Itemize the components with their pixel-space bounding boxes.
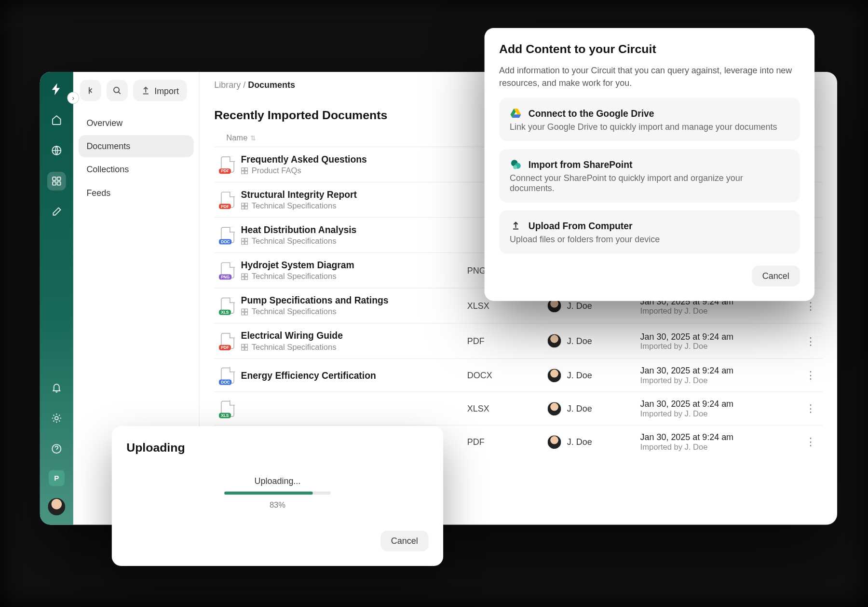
modal-title: Add Content to your Circuit	[499, 42, 800, 56]
document-imported-by: Imported by J. Doe	[640, 341, 799, 350]
file-icon: DOC	[214, 227, 241, 243]
option-subtitle: Upload files or folders from your device	[510, 234, 789, 244]
document-collection: Technical Specifications	[241, 272, 467, 281]
file-icon: XLS	[214, 400, 241, 416]
expand-rail-button[interactable]: ›	[67, 92, 79, 104]
svg-rect-29	[245, 344, 248, 347]
option-upload-computer[interactable]: Upload From Computer Upload files or fol…	[499, 210, 800, 254]
document-title: Pump Specifications and Ratings	[241, 295, 467, 305]
document-collection: Product FAQs	[241, 166, 467, 175]
svg-rect-15	[245, 206, 248, 209]
gear-icon[interactable]	[47, 409, 66, 428]
grid-icon[interactable]	[47, 172, 66, 191]
svg-rect-10	[242, 171, 244, 174]
document-owner: J. Doe	[547, 401, 640, 415]
svg-rect-28	[242, 344, 244, 347]
svg-rect-12	[242, 203, 244, 206]
document-type: PDF	[467, 437, 547, 447]
svg-rect-11	[245, 171, 248, 174]
document-imported-by: Imported by J. Doe	[640, 409, 799, 418]
svg-rect-21	[245, 273, 248, 276]
svg-rect-22	[242, 276, 244, 279]
owner-avatar	[547, 368, 561, 382]
svg-rect-2	[57, 177, 61, 180]
row-menu-button[interactable]: ⋮	[799, 436, 823, 448]
workspace-badge[interactable]: P	[49, 470, 65, 486]
option-sharepoint[interactable]: Import from SharePoint Connect your Shar…	[499, 149, 800, 202]
document-date: Jan 30, 2025 at 9:24 am	[640, 399, 799, 409]
document-imported-by: Imported by J. Doe	[640, 375, 799, 385]
table-row[interactable]: PDFElectrical Wiring GuideTechnical Spec…	[214, 323, 822, 358]
sharepoint-icon	[510, 158, 522, 170]
sidebar-item-documents[interactable]: Documents	[79, 135, 194, 157]
document-date: Jan 30, 2025 at 9:24 am	[640, 331, 799, 342]
bell-icon[interactable]	[47, 378, 66, 397]
upload-progress-bar	[224, 491, 331, 495]
uploading-dialog: Uploading Uploading... 83% Cancel	[112, 426, 443, 566]
file-icon: PNG	[214, 262, 241, 278]
import-button[interactable]: Import	[133, 80, 187, 101]
svg-rect-8	[242, 167, 244, 170]
file-icon: PDF	[214, 156, 241, 172]
svg-rect-16	[242, 238, 244, 241]
document-owner: J. Doe	[547, 368, 640, 382]
document-imported-by: Imported by J. Doe	[640, 442, 799, 451]
svg-rect-18	[242, 241, 244, 244]
svg-rect-17	[245, 238, 248, 241]
upload-percent: 83%	[270, 500, 285, 509]
document-type: XLSX	[467, 403, 547, 414]
document-title: Energy Efficiency Certification	[241, 370, 467, 381]
file-icon: XLS	[214, 298, 241, 314]
upload-icon	[141, 86, 150, 95]
document-title: Structural Integrity Report	[241, 189, 467, 200]
table-row[interactable]: XLSXLSXJ. DoeJan 30, 2025 at 9:24 amImpo…	[214, 391, 822, 425]
document-title: Hydrojet System Diagram	[241, 260, 467, 270]
help-icon[interactable]	[47, 440, 66, 458]
svg-rect-30	[242, 347, 244, 350]
user-avatar[interactable]	[48, 498, 65, 515]
file-icon: PDF	[214, 333, 241, 349]
svg-rect-31	[245, 347, 248, 350]
document-collection: Technical Specifications	[241, 342, 467, 351]
file-icon: PDF	[214, 192, 241, 207]
modal-cancel-button[interactable]: Cancel	[752, 265, 800, 286]
svg-rect-23	[245, 276, 248, 279]
row-menu-button[interactable]: ⋮	[799, 369, 823, 382]
row-menu-button[interactable]: ⋮	[799, 334, 823, 347]
table-row[interactable]: DOCEnergy Efficiency CertificationDOCXJ.…	[214, 358, 822, 391]
svg-rect-24	[242, 309, 244, 312]
document-owner: J. Doe	[547, 434, 640, 449]
svg-rect-26	[242, 312, 244, 315]
svg-point-34	[513, 165, 517, 169]
sidebar-item-collections[interactable]: Collections	[79, 158, 194, 180]
option-google-drive[interactable]: Connect to the Google Drive Link your Go…	[499, 97, 800, 141]
modal-description: Add information to your Circuit that you…	[499, 65, 800, 90]
upload-cancel-button[interactable]: Cancel	[380, 531, 429, 552]
svg-rect-13	[245, 203, 248, 206]
svg-rect-20	[242, 273, 244, 276]
document-title: Electrical Wiring Guide	[241, 330, 467, 341]
svg-rect-19	[245, 241, 248, 244]
upload-icon	[510, 220, 522, 232]
edit-icon[interactable]	[47, 203, 66, 221]
document-collection: Technical Specifications	[241, 201, 467, 210]
row-menu-button[interactable]: ⋮	[799, 299, 823, 312]
row-menu-button[interactable]: ⋮	[799, 402, 823, 415]
document-owner: J. Doe	[547, 333, 640, 348]
svg-rect-27	[245, 312, 248, 315]
svg-rect-25	[245, 309, 248, 312]
search-button[interactable]	[107, 80, 128, 101]
breadcrumb-parent[interactable]: Library	[214, 80, 241, 90]
svg-rect-9	[245, 167, 248, 170]
svg-point-7	[114, 87, 119, 93]
document-collection: Technical Specifications	[241, 307, 467, 316]
sidebar-item-feeds[interactable]: Feeds	[79, 182, 194, 204]
home-icon[interactable]	[47, 110, 66, 129]
sidebar-item-overview[interactable]: Overview	[79, 112, 194, 134]
owner-avatar	[547, 333, 561, 348]
file-icon: DOC	[214, 367, 241, 383]
option-title: Import from SharePoint	[529, 159, 633, 169]
collapse-panel-button[interactable]	[80, 80, 101, 101]
globe-icon[interactable]	[47, 141, 66, 160]
breadcrumb-current: Documents	[248, 80, 295, 90]
